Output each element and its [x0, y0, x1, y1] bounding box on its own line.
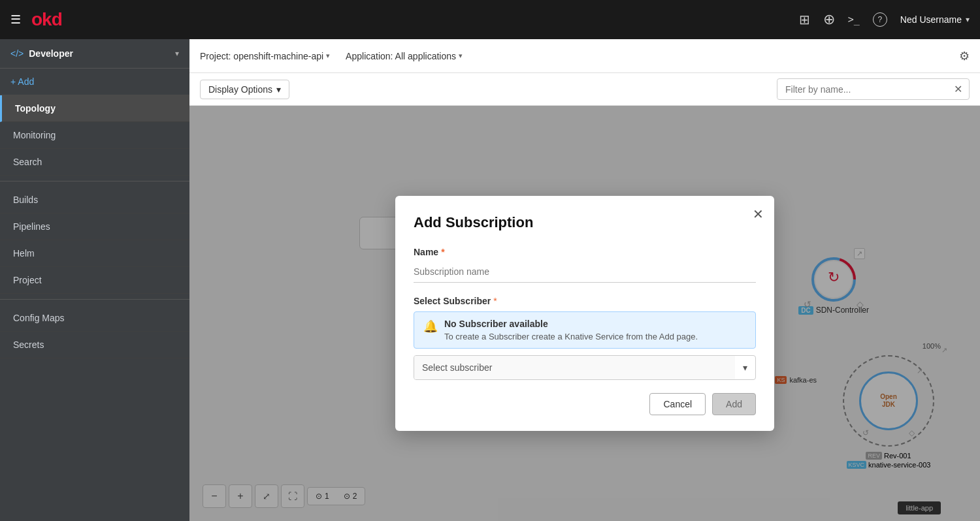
sidebar-divider-2	[0, 299, 189, 300]
top-nav-right: ⊞ ⊕ >_ ? Ned Username ▾	[799, 11, 970, 28]
modal-close-icon: ✕	[753, 207, 764, 221]
hamburger-icon[interactable]: ☰	[10, 12, 21, 27]
info-desc: To create a Subscriber create a Knative …	[444, 332, 698, 341]
toolbar: Display Options ▾ ✕	[189, 73, 980, 106]
sidebar-item-search[interactable]: Search	[0, 149, 189, 176]
project-chevron-icon: ▾	[326, 52, 330, 60]
app-label: Application: All applications	[346, 51, 456, 61]
info-text: No Subscriber available To create a Subs…	[444, 319, 698, 341]
subscriber-label-row: Select Subscriber *	[414, 296, 756, 306]
project-label: Project: openshift-machine-api	[200, 51, 323, 61]
add-link[interactable]: + Add	[0, 69, 189, 95]
modal-close-button[interactable]: ✕	[753, 206, 764, 222]
name-required-star: *	[441, 247, 444, 257]
role-label: Developer	[29, 48, 73, 59]
app-selector[interactable]: Application: All applications ▾	[346, 51, 463, 61]
filter-input-wrap: ✕	[777, 78, 970, 100]
username-label: Ned Username	[900, 14, 962, 25]
project-selector[interactable]: Project: openshift-machine-api ▾	[200, 51, 330, 61]
sidebar-item-topology[interactable]: Topology	[0, 95, 189, 122]
sidebar-item-secrets[interactable]: Secrets	[0, 332, 189, 358]
subscriber-section: Select Subscriber * 🔔 No Subscriber avai…	[414, 296, 756, 380]
add-subscription-modal: Add Subscription ✕ Name *	[395, 196, 774, 431]
subscriber-required-star: *	[493, 296, 497, 306]
user-menu[interactable]: Ned Username ▾	[900, 14, 970, 25]
modal-footer: Cancel Add	[414, 393, 756, 415]
sidebar-item-monitoring[interactable]: Monitoring	[0, 122, 189, 149]
top-nav: ☰ okd ⊞ ⊕ >_ ? Ned Username ▾	[0, 0, 980, 39]
name-label: Name *	[414, 247, 756, 257]
grid-icon[interactable]: ⊞	[799, 12, 810, 27]
sidebar-item-configmaps[interactable]: Config Maps	[0, 305, 189, 332]
sidebar-item-builds[interactable]: Builds	[0, 187, 189, 213]
developer-icon: </>	[10, 48, 24, 59]
display-options-label: Display Options	[208, 84, 272, 95]
sidebar: </> Developer ▾ + Add Topology Monitorin…	[0, 39, 189, 521]
app-layout: </> Developer ▾ + Add Topology Monitorin…	[0, 39, 980, 521]
sub-header: Project: openshift-machine-api ▾ Applica…	[189, 39, 980, 73]
sidebar-item-helm[interactable]: Helm	[0, 240, 189, 267]
subscriber-select-wrap: Select subscriber ▾	[414, 355, 756, 380]
modal-title: Add Subscription	[414, 214, 756, 231]
name-input[interactable]	[414, 261, 756, 283]
display-options-button[interactable]: Display Options ▾	[200, 80, 289, 99]
subscriber-select-chevron-icon: ▾	[735, 362, 755, 373]
canvas-area: ↗ ↻ ↺ ◇	[189, 106, 980, 521]
role-switcher[interactable]: </> Developer ▾	[0, 39, 189, 69]
topology-settings-icon[interactable]: ⚙	[959, 50, 970, 63]
subscriber-label: Select Subscriber	[414, 296, 491, 306]
main-content: Project: openshift-machine-api ▾ Applica…	[189, 39, 980, 521]
plus-icon[interactable]: ⊕	[823, 11, 835, 28]
filter-clear-icon[interactable]: ✕	[947, 79, 969, 99]
sub-header-right: ⚙	[959, 49, 970, 63]
app-chevron-icon: ▾	[459, 52, 463, 60]
info-bell-icon: 🔔	[423, 319, 438, 334]
no-subscriber-info-box: 🔔 No Subscriber available To create a Su…	[414, 311, 756, 349]
sidebar-divider	[0, 181, 189, 182]
help-icon[interactable]: ?	[873, 12, 887, 27]
user-chevron-icon: ▾	[966, 15, 970, 24]
subscriber-select[interactable]: Select subscriber	[414, 356, 735, 379]
add-button[interactable]: Add	[712, 393, 756, 415]
sidebar-item-project[interactable]: Project	[0, 267, 189, 294]
role-chevron-icon: ▾	[175, 49, 179, 58]
filter-input[interactable]	[777, 80, 947, 99]
name-form-group: Name *	[414, 247, 756, 283]
modal-backdrop: Add Subscription ✕ Name *	[189, 106, 980, 521]
display-options-chevron-icon: ▾	[276, 84, 281, 95]
okd-logo: okd	[31, 9, 62, 30]
info-title: No Subscriber available	[444, 319, 698, 329]
sidebar-item-pipelines[interactable]: Pipelines	[0, 213, 189, 240]
cancel-button[interactable]: Cancel	[649, 393, 706, 415]
terminal-icon[interactable]: >_	[848, 14, 860, 25]
